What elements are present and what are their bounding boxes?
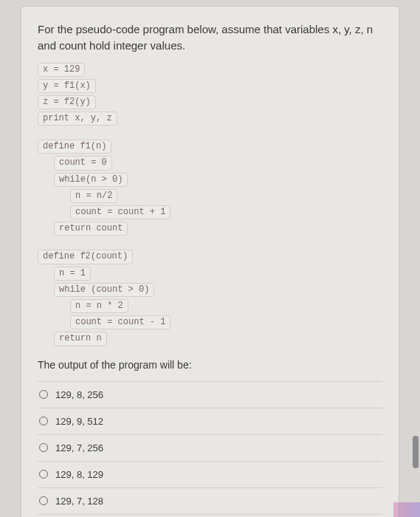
answer-option[interactable]: 129, 9, 512 [38, 408, 382, 435]
answer-list: 129, 8, 256 129, 9, 512 129, 7, 256 129,… [38, 381, 382, 515]
code-block-main: x = 129 y = f1(x) z = f2(y) print x, y, … [38, 61, 382, 127]
code-line: define f2(count) [38, 250, 133, 264]
code-line: z = f2(y) [38, 95, 96, 109]
code-block-f2: define f2(count) n = 1 while (count > 0)… [38, 248, 382, 346]
scrollbar-thumb[interactable] [413, 436, 419, 468]
radio-icon[interactable] [39, 390, 48, 399]
answer-option[interactable]: 129, 7, 256 [38, 435, 382, 462]
code-line: y = f1(x) [38, 79, 96, 93]
code-line: return n [54, 332, 107, 346]
question-stem: For the pseudo-code program below, assum… [38, 21, 382, 54]
code-line: return count [54, 222, 128, 236]
radio-icon[interactable] [39, 443, 48, 452]
radio-icon[interactable] [39, 417, 48, 425]
answer-label: 129, 8, 129 [55, 469, 103, 480]
code-line: while(n > 0) [54, 173, 128, 187]
code-block-f1: define f1(n) count = 0 while(n > 0) n = … [38, 138, 382, 236]
code-line: n = n/2 [70, 189, 117, 203]
answer-label: 129, 8, 256 [55, 389, 103, 400]
radio-icon[interactable] [39, 496, 48, 505]
question-prompt: The output of the program will be: [38, 359, 382, 371]
code-line: n = 1 [54, 267, 91, 281]
question-card: For the pseudo-code program below, assum… [21, 6, 399, 517]
answer-option[interactable]: 129, 8, 129 [38, 462, 382, 488]
code-line: while (count > 0) [54, 283, 154, 297]
answer-option[interactable]: 129, 8, 256 [38, 382, 382, 408]
radio-icon[interactable] [39, 470, 48, 479]
code-line: define f1(n) [38, 140, 111, 154]
code-line: print x, y, z [38, 112, 117, 126]
answer-label: 129, 7, 128 [55, 496, 103, 507]
code-line: x = 129 [38, 63, 85, 77]
code-line: count = count - 1 [70, 315, 171, 329]
answer-label: 129, 7, 256 [55, 442, 103, 453]
code-line: n = n * 2 [70, 299, 128, 313]
answer-label: 129, 9, 512 [55, 416, 103, 427]
code-line: count = count + 1 [70, 205, 171, 219]
answer-option[interactable]: 129, 7, 128 [38, 488, 382, 515]
code-line: count = 0 [54, 156, 112, 170]
decorative-edge [393, 502, 420, 517]
